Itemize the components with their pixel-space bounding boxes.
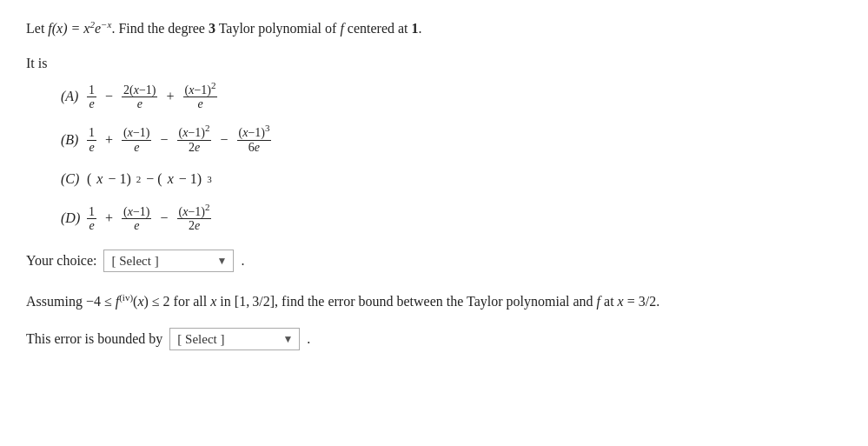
frac-2x1e-a: 2(x−1) e	[122, 83, 157, 111]
period-after-choice: .	[241, 253, 244, 269]
frac-x1sq-a: (x−1)2 e	[183, 83, 218, 111]
frac-x1cu-6e-b: (x−1)3 6e	[237, 126, 272, 154]
error-select-wrapper[interactable]: [ Select ] 1/192 1/96 1/48 1/24 ▼	[169, 328, 300, 350]
frac-1e-a: 1 e	[87, 83, 96, 111]
error-bound-label: This error is bounded by	[26, 331, 162, 347]
option-a-row: (A) 1 e − 2(x−1) e + (x−1)2 e	[61, 83, 842, 111]
frac-x1e-d: (x−1) e	[122, 205, 151, 233]
option-b-expr: 1 e + (x−1) e − (x−1)2 2e − (x−1)3 6e	[87, 126, 271, 154]
choice-select[interactable]: [ Select ] (A) (B) (C) (D)	[103, 250, 234, 272]
assuming-text: Assuming −4 ≤ f(iv)(x) ≤ 2 for all x in …	[26, 290, 842, 313]
error-select[interactable]: [ Select ] 1/192 1/96 1/48 1/24	[169, 328, 300, 350]
option-b-row: (B) 1 e + (x−1) e − (x−1)2 2e − (x−1)3	[61, 126, 842, 154]
your-choice-label: Your choice:	[26, 253, 96, 269]
option-c-label: (C)	[61, 170, 87, 189]
option-d-expr: 1 e + (x−1) e − (x−1)2 2e	[87, 205, 211, 233]
frac-x1sq-2e-d: (x−1)2 2e	[177, 205, 212, 233]
option-c-row: (C) (x − 1)2 − (x − 1)3	[61, 170, 842, 189]
your-choice-row: Your choice: [ Select ] (A) (B) (C) (D) …	[26, 250, 842, 272]
option-d-row: (D) 1 e + (x−1) e − (x−1)2 2e	[61, 205, 842, 233]
frac-x1sq-2e-b: (x−1)2 2e	[177, 126, 212, 154]
option-a-label: (A)	[61, 87, 87, 106]
option-a-expr: 1 e − 2(x−1) e + (x−1)2 e	[87, 83, 217, 111]
problem-statement: Let f(x) = x2e−x. Find the degree 3 Tayl…	[26, 17, 842, 40]
choice-select-wrapper[interactable]: [ Select ] (A) (B) (C) (D) ▼	[103, 250, 234, 272]
options-container: (A) 1 e − 2(x−1) e + (x−1)2 e (B)	[61, 83, 842, 233]
frac-x1e-b: (x−1) e	[122, 126, 151, 154]
option-b-label: (B)	[61, 130, 87, 150]
frac-1e-b: 1 e	[87, 126, 96, 154]
error-bound-row: This error is bounded by [ Select ] 1/19…	[26, 328, 842, 350]
frac-1e-d: 1 e	[87, 205, 96, 233]
it-is-label: It is	[26, 56, 842, 71]
function-definition: f(x) = x2e−x	[48, 21, 111, 36]
option-c-expr: (x − 1)2 − (x − 1)3	[87, 170, 212, 189]
period-after-error: .	[307, 331, 310, 347]
option-d-label: (D)	[61, 209, 87, 228]
